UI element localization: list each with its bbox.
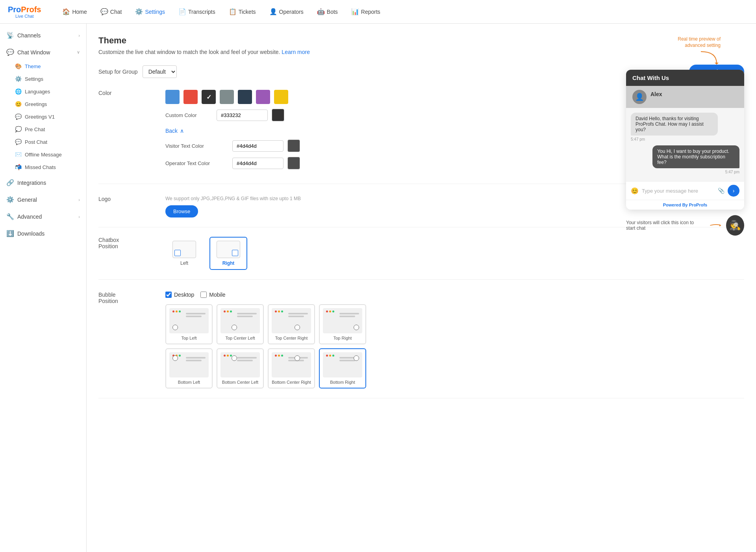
bubble-bottom-right[interactable]: Bottom Right: [319, 348, 366, 388]
sidebar-item-settings[interactable]: ⚙️Settings: [0, 72, 86, 85]
chat-preview: Chat With Us 👤 Alex ☆☆☆☆☆ David Hello, t…: [626, 70, 744, 210]
desktop-checkbox[interactable]: [165, 292, 172, 298]
sidebar-item-theme[interactable]: 🎨Theme: [0, 60, 86, 72]
visitor-text-preview: [287, 139, 300, 152]
browse-button[interactable]: Browse: [165, 205, 198, 217]
sidebar-item-greetings[interactable]: 😊Greetings: [0, 98, 86, 110]
send-button[interactable]: ›: [728, 185, 739, 197]
nav-transcripts[interactable]: 📄Transcripts: [173, 5, 221, 19]
nav-tickets[interactable]: 📋Tickets: [223, 5, 261, 19]
sidebar-item-post-chat[interactable]: 💬Post Chat: [0, 136, 86, 148]
nav-settings[interactable]: ⚙️Settings: [130, 5, 170, 19]
msg1-time: 5:47 pm: [631, 137, 739, 141]
sidebar-item-offline-message[interactable]: ✉️Offline Message: [0, 148, 86, 161]
sidebar-item-languages[interactable]: 🌐Languages: [0, 85, 86, 98]
general-icon: ⚙️: [6, 196, 14, 203]
nav-operators[interactable]: 👤Operators: [264, 5, 309, 19]
visitor-text-label: Visitor Text Color: [165, 143, 228, 149]
sidebar-item-channels[interactable]: 📡Channels ›: [0, 28, 86, 43]
pos-square-right: [232, 250, 238, 256]
bubble-position-section: BubblePosition Desktop Mobile: [98, 292, 744, 398]
visitor-message: You Hi, I want to buy your product. What…: [652, 145, 739, 168]
sidebar-item-general[interactable]: ⚙️General ›: [0, 192, 86, 207]
learn-more-link[interactable]: Learn more: [282, 49, 310, 55]
group-select[interactable]: Default: [143, 65, 177, 78]
file-note: We support only JPG,JPEG,PNG & GIF files…: [165, 196, 301, 201]
sidebar-item-missed-chats[interactable]: 📬Missed Chats: [0, 161, 86, 173]
logo-label: Logo: [98, 196, 154, 202]
bubble-circle-icon: [232, 355, 237, 361]
operator-text-input[interactable]: [232, 158, 284, 169]
swatch-purple[interactable]: [256, 90, 270, 104]
mobile-checkbox-label[interactable]: Mobile: [200, 292, 225, 298]
bubble-circle-icon: [295, 325, 300, 330]
desktop-checkbox-label[interactable]: Desktop: [165, 292, 194, 298]
sidebar-item-chat-window[interactable]: 💬Chat Window ∨: [0, 45, 86, 60]
bubble-circle-icon: [295, 355, 300, 361]
sidebar-item-pre-chat[interactable]: 💭Pre Chat: [0, 123, 86, 136]
bubble-circle-icon: [172, 355, 178, 361]
nav-chat[interactable]: 💬Chat: [95, 5, 128, 19]
custom-color-input[interactable]: [217, 110, 268, 121]
attach-icon: 📎: [718, 188, 724, 194]
chevron-right-advanced-icon: ›: [78, 214, 80, 219]
channels-icon: 📡: [6, 32, 14, 39]
tickets-icon: 📋: [229, 8, 237, 15]
bubble-top-center-right[interactable]: Top Center Right: [268, 304, 315, 344]
bubble-top-right[interactable]: Top Right: [319, 304, 366, 344]
emoji-icon: 😊: [631, 187, 639, 195]
swatch-gray[interactable]: [220, 90, 234, 104]
bubble-top-center-left-label: Top Center Left: [225, 336, 255, 340]
chat-input-placeholder: Type your message here: [642, 188, 715, 194]
bubble-bottom-center-left[interactable]: Bottom Center Left: [217, 348, 264, 388]
bubble-top-center-left[interactable]: Top Center Left: [217, 304, 264, 344]
position-right-label: Right: [222, 260, 235, 266]
settings-child-icon: ⚙️: [15, 76, 22, 82]
chat-icon: 💬: [100, 8, 108, 15]
greetings-v1-icon: 💬: [15, 113, 22, 120]
sidebar-item-integrations[interactable]: 🔗Integrations: [0, 175, 86, 190]
nav-home[interactable]: 🏠Home: [57, 5, 92, 19]
operator-message: David Hello, thanks for visiting ProProf…: [631, 113, 718, 136]
logo-text: ProProfs Live Chat: [8, 5, 41, 19]
mobile-checkbox[interactable]: [200, 292, 207, 298]
swatch-yellow[interactable]: [274, 90, 288, 104]
chevron-down-icon: ∨: [77, 50, 80, 55]
sidebar-children-chat-window: 🎨Theme ⚙️Settings 🌐Languages 😊Greetings …: [0, 60, 86, 173]
custom-color-preview: [272, 109, 284, 121]
back-toggle[interactable]: Back ∧: [165, 128, 300, 134]
sidebar-item-advanced[interactable]: 🔧Advanced ›: [0, 209, 86, 224]
main-nav: 🏠Home 💬Chat ⚙️Settings 📄Transcripts 📋Tic…: [57, 5, 385, 19]
swatch-black[interactable]: ✓: [202, 90, 216, 104]
chat-agent-row: 👤 Alex ☆☆☆☆☆: [626, 86, 744, 108]
sidebar-item-greetings-v1[interactable]: 💬Greetings V1: [0, 110, 86, 123]
languages-icon: 🌐: [15, 88, 22, 95]
agent-stars: ☆☆☆☆☆: [650, 97, 676, 103]
position-left[interactable]: Left: [165, 237, 203, 270]
annotation-area: Real time preview ofadvanced setting: [626, 35, 744, 67]
annotation-text: Real time preview ofadvanced setting: [678, 36, 721, 48]
bubble-icon[interactable]: 🕵️: [726, 215, 744, 236]
nav-bots[interactable]: 🤖Bots: [311, 5, 343, 19]
bubble-preview-top-center-right: [272, 308, 311, 333]
operator-text-preview: [287, 157, 300, 169]
bubble-bottom-left[interactable]: Bottom Left: [165, 348, 213, 388]
bubble-bottom-right-label: Bottom Right: [330, 380, 355, 385]
swatch-blue[interactable]: [165, 90, 180, 104]
bubble-position-label: BubblePosition: [98, 292, 154, 304]
bubble-top-left[interactable]: Top Left: [165, 304, 213, 344]
pre-chat-icon: 💭: [15, 126, 22, 132]
position-left-label: Left: [180, 260, 188, 266]
reports-icon: 📊: [351, 8, 359, 15]
msg2-time: 5:47 pm: [631, 170, 739, 174]
bubble-bottom-center-right[interactable]: Bottom Center Right: [268, 348, 315, 388]
bubble-preview-bottom-left: [169, 352, 209, 377]
visitor-text-input[interactable]: [232, 140, 284, 152]
swatch-red[interactable]: [183, 90, 198, 104]
sidebar-item-downloads[interactable]: ⬇️Downloads: [0, 226, 86, 241]
svg-marker-0: [715, 63, 719, 65]
position-right[interactable]: Right: [209, 237, 247, 270]
nav-reports[interactable]: 📊Reports: [346, 5, 386, 19]
swatch-dark-blue[interactable]: [238, 90, 252, 104]
setup-left: Setup for Group Default: [98, 65, 177, 78]
